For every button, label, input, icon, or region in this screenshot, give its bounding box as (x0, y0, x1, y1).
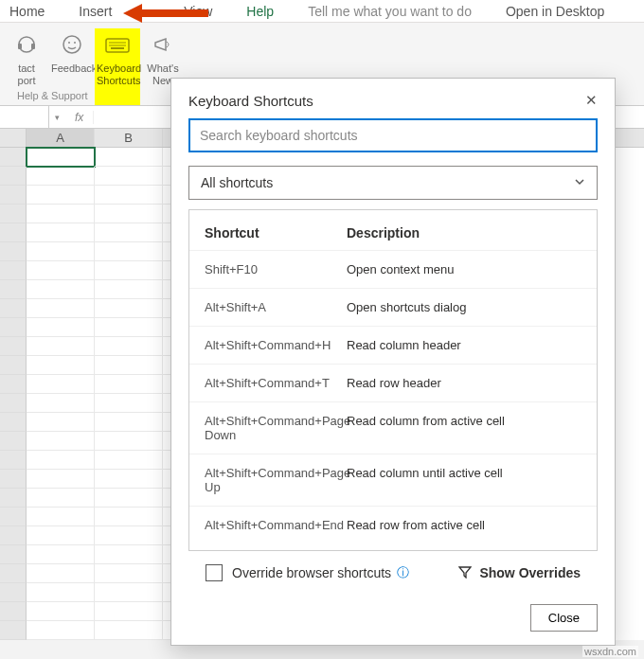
open-in-desktop[interactable]: Open in Desktop (506, 4, 604, 19)
cell[interactable] (95, 489, 163, 508)
cell[interactable] (95, 299, 163, 318)
list-item[interactable]: Shift+F10Open context menu (189, 250, 597, 288)
row-header[interactable] (0, 186, 27, 205)
override-checkbox[interactable]: Override browser shortcuts ⓘ (206, 564, 409, 581)
select-all-triangle[interactable] (0, 129, 27, 147)
cell[interactable] (95, 186, 163, 205)
cell[interactable] (27, 299, 95, 318)
cell[interactable] (27, 545, 95, 564)
list-item[interactable]: Alt+Shift+Command+Page DownRead column f… (189, 401, 597, 454)
cell[interactable] (27, 167, 95, 186)
cell[interactable] (27, 337, 95, 356)
row-header[interactable] (0, 242, 27, 261)
cell[interactable] (95, 526, 163, 545)
cell[interactable] (95, 356, 163, 375)
row-header[interactable] (0, 356, 27, 375)
cell[interactable] (95, 564, 163, 583)
keyboard-shortcuts-button[interactable]: KeyboardShortcuts (95, 28, 140, 105)
fx-icon[interactable]: fx (65, 111, 94, 124)
cell[interactable] (95, 394, 163, 413)
row-header[interactable] (0, 299, 27, 318)
cell[interactable] (27, 526, 95, 545)
list-item[interactable]: Alt+Shift+Command+HRead column header (189, 326, 597, 364)
row-header[interactable] (0, 413, 27, 432)
cell[interactable] (95, 602, 163, 621)
cell[interactable] (27, 508, 95, 526)
cell[interactable] (95, 545, 163, 564)
col-header-b[interactable]: B (95, 129, 163, 147)
row-header[interactable] (0, 583, 27, 602)
cell[interactable] (95, 508, 163, 526)
cell[interactable] (27, 223, 95, 242)
list-item[interactable]: Alt+Shift+Command+Page UpRead column unt… (189, 454, 597, 506)
row-header[interactable] (0, 470, 27, 489)
cell[interactable] (95, 242, 163, 261)
cell[interactable] (27, 242, 95, 261)
cell[interactable] (27, 356, 95, 375)
cell[interactable] (27, 413, 95, 432)
cell[interactable] (27, 394, 95, 413)
list-item[interactable]: Alt+Shift+AOpen shortcuts dialog (189, 288, 597, 326)
cell[interactable] (95, 280, 163, 299)
list-item[interactable]: Alt+Shift+Command+TRead row header (189, 364, 597, 401)
cell[interactable] (27, 318, 95, 337)
row-header[interactable] (0, 545, 27, 564)
cell[interactable] (27, 280, 95, 299)
row-header[interactable] (0, 508, 27, 526)
cell[interactable] (27, 375, 95, 394)
row-header[interactable] (0, 223, 27, 242)
info-icon[interactable]: ⓘ (397, 564, 409, 581)
row-header[interactable] (0, 451, 27, 470)
cell[interactable] (95, 375, 163, 394)
row-header[interactable] (0, 621, 27, 640)
close-button[interactable]: Close (530, 604, 598, 632)
tab-help[interactable]: Help (246, 4, 274, 19)
cell[interactable] (27, 583, 95, 602)
cell[interactable] (95, 205, 163, 223)
cell[interactable] (27, 205, 95, 223)
cell[interactable] (27, 602, 95, 621)
name-box[interactable] (0, 106, 49, 128)
cell[interactable] (27, 621, 95, 640)
cell[interactable] (95, 583, 163, 602)
search-input[interactable] (188, 118, 598, 152)
cell[interactable] (27, 451, 95, 470)
row-header[interactable] (0, 375, 27, 394)
cell[interactable] (27, 489, 95, 508)
cell[interactable] (95, 621, 163, 640)
row-header[interactable] (0, 318, 27, 337)
row-header[interactable] (0, 602, 27, 621)
cell[interactable] (95, 413, 163, 432)
cell[interactable] (27, 186, 95, 205)
show-overrides-button[interactable]: Show Overrides (458, 565, 581, 581)
row-header[interactable] (0, 205, 27, 223)
row-header[interactable] (0, 280, 27, 299)
row-header[interactable] (0, 489, 27, 508)
cell[interactable] (95, 261, 163, 280)
tab-home[interactable]: Home (9, 4, 45, 19)
cell[interactable] (95, 451, 163, 470)
cell[interactable] (95, 223, 163, 242)
tab-insert[interactable]: Insert (79, 4, 112, 19)
cell[interactable] (95, 167, 163, 186)
row-header[interactable] (0, 526, 27, 545)
col-header-a[interactable]: A (27, 129, 95, 147)
row-header[interactable] (0, 148, 27, 167)
cell[interactable] (27, 564, 95, 583)
row-header[interactable] (0, 337, 27, 356)
cell[interactable] (27, 261, 95, 280)
list-item[interactable]: Alt+Shift+Command+EndRead row from activ… (189, 506, 597, 543)
row-header[interactable] (0, 564, 27, 583)
cell[interactable] (27, 432, 95, 451)
cell[interactable] (95, 337, 163, 356)
row-header[interactable] (0, 432, 27, 451)
cell[interactable] (27, 470, 95, 489)
filter-dropdown[interactable]: All shortcuts (188, 166, 598, 200)
cell[interactable] (95, 318, 163, 337)
row-header[interactable] (0, 394, 27, 413)
cell[interactable] (95, 432, 163, 451)
tell-me-search[interactable]: Tell me what you want to do (308, 4, 472, 19)
cell[interactable] (95, 470, 163, 489)
name-box-dropdown-icon[interactable]: ▾ (49, 113, 65, 122)
row-header[interactable] (0, 167, 27, 186)
